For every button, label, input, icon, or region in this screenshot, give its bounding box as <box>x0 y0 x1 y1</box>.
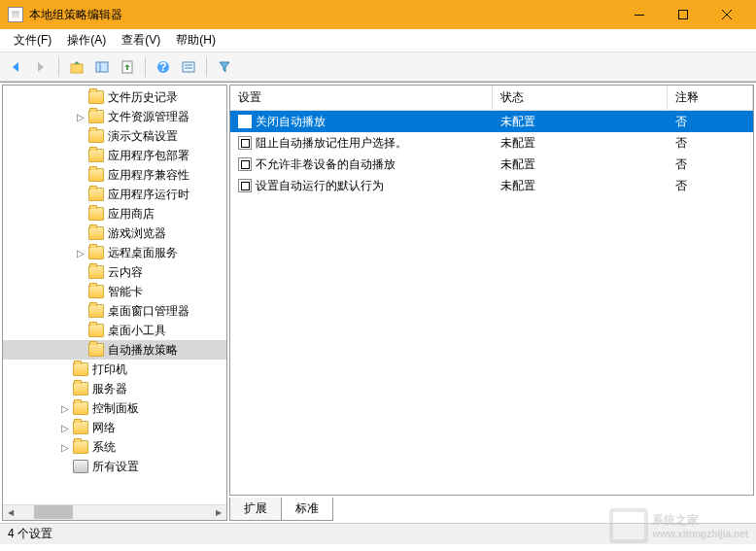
tree-item[interactable]: 游戏浏览器 <box>3 224 226 243</box>
statusbar: 4 个设置 <box>0 523 756 544</box>
tree-item[interactable]: 桌面窗口管理器 <box>3 301 226 321</box>
expand-icon <box>75 344 86 356</box>
tree-item-label: 控制面板 <box>92 400 139 417</box>
tree-item[interactable]: ▷文件资源管理器 <box>3 107 226 126</box>
tree-item[interactable]: 服务器 <box>3 379 226 398</box>
policy-icon <box>238 179 252 192</box>
tree-item[interactable]: 打印机 <box>3 360 226 379</box>
separator <box>206 57 207 77</box>
expand-icon <box>75 305 86 317</box>
folder-icon <box>88 265 104 279</box>
expand-icon <box>75 91 86 103</box>
main-area: 文件历史记录▷文件资源管理器演示文稿设置应用程序包部署应用程序兼容性应用程序运行… <box>0 82 756 523</box>
separator <box>58 57 59 77</box>
tree-item[interactable]: 云内容 <box>3 262 226 282</box>
list-row[interactable]: 设置自动运行的默认行为未配置否 <box>230 175 753 196</box>
expand-icon[interactable]: ▷ <box>75 111 86 122</box>
forward-button[interactable] <box>29 55 52 79</box>
tree-scrollbar[interactable]: ◀ ▶ <box>3 504 226 520</box>
expand-icon <box>75 227 86 239</box>
menubar: 文件(F) 操作(A) 查看(V) 帮助(H) <box>0 29 756 52</box>
folder-icon <box>88 90 104 104</box>
export-button[interactable] <box>116 55 139 79</box>
expand-icon[interactable]: ▷ <box>59 402 71 414</box>
detail-tabs: 扩展 标准 <box>229 498 754 521</box>
svg-text:?: ? <box>159 60 166 74</box>
expand-icon <box>59 383 71 395</box>
expand-icon <box>75 150 86 161</box>
tree-item[interactable]: 应用程序兼容性 <box>3 165 226 185</box>
header-setting[interactable]: 设置 <box>230 86 493 110</box>
cell-status: 未配置 <box>493 135 668 152</box>
minimize-button[interactable] <box>617 0 661 29</box>
tree-item[interactable]: ▷系统 <box>3 437 226 457</box>
svg-rect-0 <box>635 15 644 16</box>
expand-icon <box>59 363 71 375</box>
list-row[interactable]: 阻止自动播放记住用户选择。未配置否 <box>230 132 753 154</box>
maximize-button[interactable] <box>661 0 704 29</box>
tree-item[interactable]: 应用商店 <box>3 204 226 224</box>
menu-file[interactable]: 文件(F) <box>6 29 59 52</box>
tree-item[interactable]: 应用程序包部署 <box>3 146 226 165</box>
help-button[interactable]: ? <box>152 55 175 79</box>
tree-item[interactable]: ▷控制面板 <box>3 398 226 418</box>
tree-item[interactable]: 自动播放策略 <box>3 340 226 360</box>
back-button[interactable] <box>4 55 27 79</box>
folder-icon <box>88 285 104 298</box>
header-status[interactable]: 状态 <box>493 86 668 110</box>
close-button[interactable] <box>704 0 748 29</box>
tree-item[interactable]: ▷远程桌面服务 <box>3 243 226 262</box>
expand-icon[interactable]: ▷ <box>59 422 71 433</box>
tree-item-label: 所有设置 <box>92 459 139 475</box>
folder-icon <box>88 226 104 240</box>
menu-view[interactable]: 查看(V) <box>114 29 168 52</box>
folder-icon <box>88 207 104 221</box>
expand-icon <box>75 189 86 200</box>
tree-item-label: 应用程序包部署 <box>108 148 189 164</box>
svg-rect-3 <box>96 62 108 72</box>
app-icon <box>8 7 23 22</box>
tree-item[interactable]: 智能卡 <box>3 282 226 301</box>
settings-list[interactable]: 设置 状态 注释 关闭自动播放未配置否阻止自动播放记住用户选择。未配置否不允许非… <box>229 85 754 496</box>
tab-standard[interactable]: 标准 <box>281 498 333 521</box>
folder-icon <box>73 382 88 396</box>
list-row[interactable]: 关闭自动播放未配置否 <box>230 111 753 132</box>
list-row[interactable]: 不允许非卷设备的自动播放未配置否 <box>230 154 753 175</box>
tree-item[interactable]: 应用程序运行时 <box>3 185 226 204</box>
folder-icon <box>73 421 88 434</box>
separator <box>145 57 146 77</box>
tree-item-label: 远程桌面服务 <box>108 245 178 261</box>
expand-icon <box>75 208 86 220</box>
tree-item-label: 系统 <box>92 439 116 456</box>
tab-extended[interactable]: 扩展 <box>229 498 282 521</box>
properties-button[interactable] <box>177 55 200 79</box>
show-tree-button[interactable] <box>90 55 114 79</box>
up-button[interactable] <box>65 55 88 79</box>
tree-item[interactable]: 文件历史记录 <box>3 87 226 107</box>
expand-icon <box>75 169 86 181</box>
tree-pane[interactable]: 文件历史记录▷文件资源管理器演示文稿设置应用程序包部署应用程序兼容性应用程序运行… <box>2 85 227 521</box>
expand-icon[interactable]: ▷ <box>75 247 86 258</box>
titlebar: 本地组策略编辑器 <box>0 0 756 29</box>
menu-action[interactable]: 操作(A) <box>59 29 114 52</box>
folder-icon <box>88 129 104 143</box>
policy-icon <box>238 136 252 150</box>
svg-rect-2 <box>71 64 83 73</box>
tree-item[interactable]: 演示文稿设置 <box>3 126 226 146</box>
cell-status: 未配置 <box>493 156 668 173</box>
cell-setting: 设置自动运行的默认行为 <box>230 178 493 194</box>
menu-help[interactable]: 帮助(H) <box>168 29 223 52</box>
tree-item[interactable]: 桌面小工具 <box>3 321 226 340</box>
tree-item-label: 演示文稿设置 <box>108 128 178 145</box>
tree-item[interactable]: 所有设置 <box>3 457 226 476</box>
tree-item[interactable]: ▷网络 <box>3 418 226 437</box>
expand-icon[interactable]: ▷ <box>59 441 71 453</box>
folder-icon <box>88 188 104 201</box>
folder-icon <box>73 362 88 376</box>
tree-item-label: 应用程序运行时 <box>108 187 189 203</box>
header-comment[interactable]: 注释 <box>668 86 753 110</box>
filter-button[interactable] <box>213 55 236 79</box>
expand-icon <box>59 461 71 472</box>
folder-icon <box>73 440 88 454</box>
cell-setting: 不允许非卷设备的自动播放 <box>230 156 493 173</box>
